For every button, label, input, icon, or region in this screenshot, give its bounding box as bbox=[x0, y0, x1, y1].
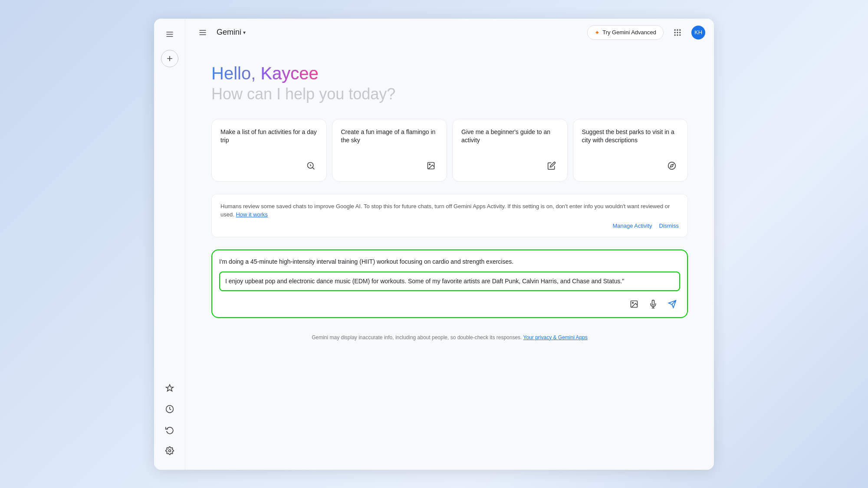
svg-point-14 bbox=[677, 32, 678, 33]
chat-highlighted-message[interactable]: I enjoy upbeat pop and electronic dance … bbox=[219, 272, 680, 291]
svg-point-21 bbox=[429, 164, 431, 165]
voice-input-button[interactable] bbox=[645, 296, 661, 312]
star-icon: ✦ bbox=[595, 29, 600, 36]
footer-privacy-link[interactable]: Your privacy & Gemini Apps bbox=[523, 334, 588, 341]
footer-text: Gemini may display inaccurate info, incl… bbox=[312, 334, 522, 341]
greeting-name: Kaycee bbox=[260, 64, 318, 83]
history-icon-button[interactable] bbox=[161, 421, 178, 439]
greeting-subtitle: How can I help you today? bbox=[211, 85, 688, 103]
svg-point-16 bbox=[674, 34, 676, 36]
send-button[interactable] bbox=[664, 296, 680, 312]
manage-activity-button[interactable]: Manage Activity bbox=[612, 223, 652, 229]
recent-icon-button[interactable] bbox=[161, 400, 178, 418]
card-flamingo[interactable]: Create a fun image of a flamingo in the … bbox=[332, 119, 447, 182]
svg-marker-23 bbox=[670, 164, 673, 167]
activity-icon bbox=[304, 159, 318, 173]
svg-point-10 bbox=[674, 29, 676, 30]
svg-point-18 bbox=[679, 34, 681, 36]
gem-icon-button[interactable] bbox=[161, 380, 178, 397]
header-right: ✦ Try Gemini Advanced KH bbox=[587, 24, 705, 41]
card-parks-text: Suggest the best parks to visit in a cit… bbox=[582, 128, 679, 145]
chat-actions bbox=[219, 296, 680, 312]
logo-dropdown-arrow: ▾ bbox=[243, 29, 246, 36]
svg-point-17 bbox=[677, 34, 678, 36]
content-area: Hello, Kaycee How can I help you today? … bbox=[185, 46, 714, 470]
new-chat-button[interactable] bbox=[161, 50, 178, 67]
card-guide-text: Give me a beginner's guide to an activit… bbox=[461, 128, 559, 145]
chat-first-message: I'm doing a 45-minute high-intensity int… bbox=[219, 257, 680, 266]
add-image-button[interactable] bbox=[626, 296, 642, 312]
chat-input-box: I'm doing a 45-minute high-intensity int… bbox=[211, 249, 688, 318]
svg-point-12 bbox=[679, 29, 681, 30]
card-flamingo-text: Create a fun image of a flamingo in the … bbox=[341, 128, 438, 145]
greeting-section: Hello, Kaycee How can I help you today? bbox=[211, 64, 688, 103]
notice-actions: Manage Activity Dismiss bbox=[220, 223, 679, 229]
header-logo[interactable]: Gemini ▾ bbox=[217, 28, 246, 37]
hello-word: Hello, bbox=[211, 64, 260, 83]
svg-point-15 bbox=[679, 32, 681, 33]
try-advanced-label: Try Gemini Advanced bbox=[602, 29, 656, 36]
main-content: Gemini ▾ ✦ Try Gemini Advanced KH bbox=[185, 19, 714, 470]
card-activities-text: Make a list of fun activities for a day … bbox=[220, 128, 318, 145]
svg-point-13 bbox=[674, 32, 676, 33]
card-parks[interactable]: Suggest the best parks to visit in a cit… bbox=[573, 119, 688, 182]
compass-icon bbox=[665, 159, 679, 173]
image-icon bbox=[424, 159, 438, 173]
svg-point-25 bbox=[632, 302, 634, 303]
apps-button[interactable] bbox=[669, 24, 686, 41]
how-it-works-link[interactable]: How it works bbox=[236, 211, 268, 218]
dismiss-button[interactable]: Dismiss bbox=[659, 223, 679, 229]
settings-icon-button[interactable] bbox=[161, 442, 178, 459]
sidebar bbox=[154, 19, 185, 470]
header-menu-button[interactable] bbox=[194, 24, 211, 41]
menu-button[interactable] bbox=[161, 26, 178, 43]
card-activities[interactable]: Make a list of fun activities for a day … bbox=[211, 119, 327, 182]
svg-point-6 bbox=[168, 449, 171, 452]
suggestion-cards: Make a list of fun activities for a day … bbox=[211, 119, 688, 182]
user-avatar[interactable]: KH bbox=[691, 26, 705, 39]
svg-point-11 bbox=[677, 29, 678, 30]
svg-point-22 bbox=[668, 162, 676, 169]
notice-banner: Humans review some saved chats to improv… bbox=[211, 194, 688, 237]
header: Gemini ▾ ✦ Try Gemini Advanced KH bbox=[185, 19, 714, 46]
footer: Gemini may display inaccurate info, incl… bbox=[211, 330, 688, 345]
greeting-hello: Hello, Kaycee bbox=[211, 64, 688, 83]
edit-icon bbox=[545, 159, 559, 173]
try-advanced-button[interactable]: ✦ Try Gemini Advanced bbox=[587, 25, 664, 40]
logo-text: Gemini bbox=[217, 28, 241, 37]
card-guide[interactable]: Give me a beginner's guide to an activit… bbox=[452, 119, 568, 182]
notice-text: Humans review some saved chats to improv… bbox=[220, 202, 679, 219]
